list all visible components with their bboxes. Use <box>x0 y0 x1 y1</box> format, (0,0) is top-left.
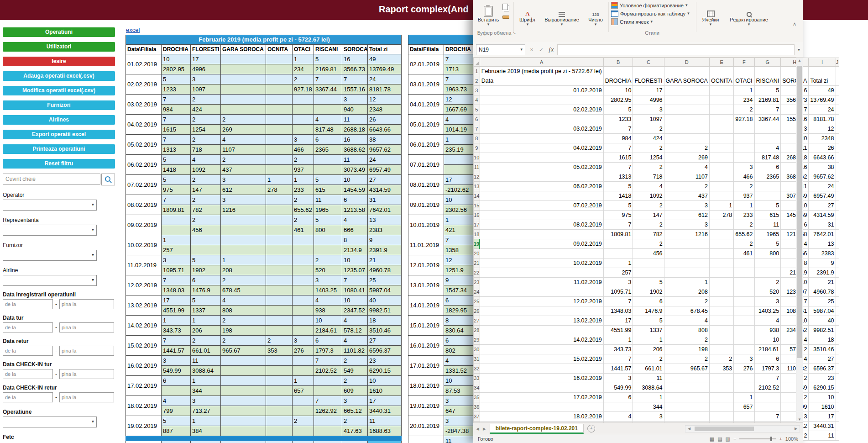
excel-cell-B26[interactable]: 1348.03 <box>603 306 633 316</box>
excel-cell-B35[interactable]: 6 <box>603 393 633 402</box>
excel-row-header-20[interactable]: 20 <box>474 249 480 258</box>
excel-cell-F23[interactable] <box>734 278 754 287</box>
excel-cell-G3[interactable]: 5 <box>754 86 781 95</box>
excel-cell-A37[interactable]: 18.02.2019 <box>480 412 603 422</box>
excel-cell-B37[interactable]: 4 <box>603 412 633 422</box>
excel-cell-D14[interactable]: 437 <box>664 191 709 201</box>
excel-cell-F27[interactable] <box>734 316 754 326</box>
excel-cell-E23[interactable] <box>709 278 733 287</box>
paste-button[interactable]: Вставить ▾ <box>476 0 501 26</box>
excel-row-header-27[interactable]: 27 <box>474 316 480 326</box>
name-box[interactable]: N19 ▾ <box>476 44 525 55</box>
excel-cell-F12[interactable]: 466 <box>734 172 754 182</box>
excel-cell-B29[interactable]: 1 <box>603 335 633 345</box>
data-retur-from-input[interactable] <box>3 346 53 356</box>
excel-cell-A29[interactable]: 14.02.2019 <box>480 335 603 345</box>
sidebar-button-iesire[interactable]: Iesire <box>3 57 115 66</box>
conditional-formatting-button[interactable]: Условное форматирование ▾ <box>611 1 693 9</box>
excel-cell-A7[interactable]: 03.02.2019 <box>480 124 603 134</box>
excel-cell-J15[interactable] <box>836 201 839 211</box>
excel-cell-D4[interactable] <box>664 95 709 105</box>
excel-cell-H28[interactable]: 2347.52 <box>781 326 809 335</box>
excel-cell-E17[interactable] <box>709 220 733 230</box>
excel-cell-H1[interactable] <box>781 67 809 76</box>
airline-select[interactable]: ▾ <box>3 275 97 286</box>
excel-cell-I4[interactable]: 13769.49 <box>809 95 836 105</box>
excel-cell-C37[interactable]: 3 <box>633 412 664 422</box>
excel-row-header-26[interactable]: 26 <box>474 306 480 316</box>
excel-cell-G35[interactable] <box>754 393 781 402</box>
excel-cell-I6[interactable]: 8181.78 <box>809 115 836 124</box>
excel-row-header-36[interactable]: 36 <box>474 402 480 412</box>
excel-cell-E18[interactable] <box>709 230 733 239</box>
horizontal-scroll-thumb[interactable] <box>695 427 754 431</box>
excel-cell-C14[interactable]: 1092 <box>633 191 664 201</box>
excel-cell-H18[interactable]: 1213.58 <box>781 230 809 239</box>
excel-cell-C34[interactable]: 3088.64 <box>633 383 664 393</box>
excel-cell-B28[interactable]: 4551.99 <box>603 326 633 335</box>
excel-cell-A11[interactable]: 05.02.2019 <box>480 163 603 172</box>
excel-cell-J36[interactable] <box>836 402 839 412</box>
excel-cell-A34[interactable] <box>480 383 603 393</box>
excel-cell-I27[interactable]: 40 <box>809 316 836 326</box>
excel-cell-E30[interactable] <box>709 345 733 354</box>
excel-cell-J4[interactable] <box>836 95 839 105</box>
scroll-left-icon[interactable]: ◀ <box>685 427 693 431</box>
excel-cell-J3[interactable] <box>836 86 839 95</box>
excel-row-header-33[interactable]: 33 <box>474 374 480 383</box>
sheet-tab[interactable]: bilete-raport-complex-19.02.201 <box>490 424 584 434</box>
excel-cell-J16[interactable] <box>836 211 839 220</box>
excel-cell-D27[interactable]: 4 <box>664 316 709 326</box>
sidebar-button-reset-filtru[interactable]: Reset filtru <box>3 159 115 169</box>
excel-cell-E26[interactable] <box>709 306 733 316</box>
excel-cell-C30[interactable]: 206 <box>633 345 664 354</box>
excel-cell-C24[interactable]: 1902 <box>633 287 664 297</box>
excel-cell-F14[interactable]: 937 <box>734 191 754 201</box>
excel-cell-H12[interactable]: 3688.62 <box>781 172 809 182</box>
excel-cell-D9[interactable]: 2 <box>664 143 709 153</box>
excel-cell-C26[interactable]: 1476.9 <box>633 306 664 316</box>
excel-cell-F9[interactable] <box>734 143 754 153</box>
excel-cell-I10[interactable]: 6643.66 <box>809 153 836 163</box>
excel-cell-A3[interactable]: 01.02.2019 <box>480 86 603 95</box>
excel-cell-F29[interactable] <box>734 335 754 345</box>
normal-view-icon[interactable]: ▦ <box>710 436 714 442</box>
data-tur-from-input[interactable] <box>3 322 53 332</box>
excel-cell-B1[interactable] <box>603 67 633 76</box>
excel-row-header-5[interactable]: 5 <box>474 105 480 115</box>
excel-cell-J24[interactable] <box>836 287 839 297</box>
excel-col-E[interactable]: E <box>709 58 733 67</box>
excel-cell-J31[interactable] <box>836 354 839 364</box>
excel-cell-C17[interactable]: 2 <box>633 220 664 230</box>
excel-cell-I5[interactable]: 24 <box>809 105 836 115</box>
excel-cell-A19[interactable]: 09.02.2019 <box>480 239 603 249</box>
excel-cell-F28[interactable] <box>734 326 754 335</box>
select-all-corner[interactable] <box>474 58 480 67</box>
excel-cell-H27[interactable]: 10 <box>781 316 809 326</box>
excel-cell-C33[interactable]: 11 <box>633 374 664 383</box>
excel-cell-B25[interactable]: 7 <box>603 297 633 306</box>
excel-cell-J27[interactable] <box>836 316 839 326</box>
excel-cell-H29[interactable]: 4 <box>781 335 809 345</box>
excel-row-header-14[interactable]: 14 <box>474 191 480 201</box>
sheet-nav-right-icon[interactable]: ▶ <box>483 427 486 431</box>
excel-cell-J21[interactable] <box>836 258 839 268</box>
excel-cell-B30[interactable]: 343.73 <box>603 345 633 354</box>
excel-cell-A5[interactable]: 02.02.2019 <box>480 105 603 115</box>
excel-cell-F5[interactable]: 2 <box>734 105 754 115</box>
scroll-down-icon[interactable]: ▼ <box>796 417 803 422</box>
excel-row-header-35[interactable]: 35 <box>474 393 480 402</box>
formula-input[interactable] <box>557 44 795 55</box>
excel-row-header-25[interactable]: 25 <box>474 297 480 306</box>
excel-cell-C9[interactable]: 2 <box>633 143 664 153</box>
excel-cell-D36[interactable] <box>664 402 709 412</box>
excel-cell-A27[interactable]: 13.02.2019 <box>480 316 603 326</box>
excel-row-header-19[interactable]: 19 <box>474 239 480 249</box>
excel-cell-H31[interactable]: 4 <box>781 354 809 364</box>
excel-cell-F11[interactable]: 3 <box>734 163 754 172</box>
excel-cell-I2[interactable]: Total zi <box>809 76 836 86</box>
excel-cell-D37[interactable] <box>664 412 709 422</box>
excel-cell-I9[interactable]: 26 <box>809 143 836 153</box>
excel-cell-F3[interactable]: 1 <box>734 86 754 95</box>
excel-cell-B7[interactable]: 7 <box>603 124 633 134</box>
